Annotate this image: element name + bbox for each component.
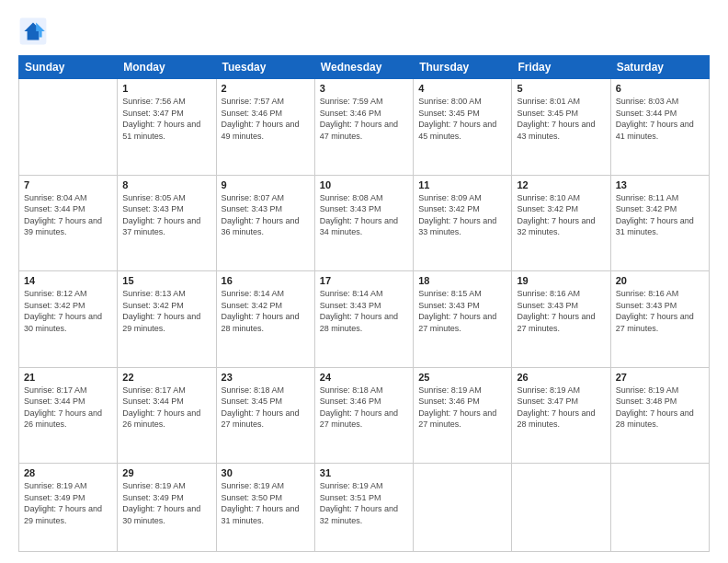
sunrise-text: Sunrise: 7:56 AM (122, 96, 210, 108)
calendar-day-cell: 29Sunrise: 8:19 AMSunset: 3:49 PMDayligh… (118, 464, 216, 552)
sunset-text: Sunset: 3:47 PM (517, 396, 605, 408)
calendar-header-row: SundayMondayTuesdayWednesdayThursdayFrid… (19, 56, 710, 79)
day-number: 8 (122, 179, 210, 190)
logo-icon (18, 17, 48, 46)
calendar-day-cell (414, 464, 512, 552)
calendar-day-cell: 8Sunrise: 8:05 AMSunset: 3:43 PMDaylight… (118, 175, 216, 271)
sunrise-text: Sunrise: 8:12 AM (24, 288, 112, 300)
header (18, 17, 710, 46)
sunrise-text: Sunrise: 8:13 AM (122, 288, 210, 300)
cell-info: Sunrise: 8:19 AMSunset: 3:49 PMDaylight:… (24, 480, 112, 526)
day-number: 15 (122, 275, 210, 286)
day-number: 29 (122, 467, 210, 478)
sunrise-text: Sunrise: 8:00 AM (418, 96, 506, 108)
calendar-week-row: 1Sunrise: 7:56 AMSunset: 3:47 PMDaylight… (19, 79, 710, 176)
daylight-text: Daylight: 7 hours and 47 minutes. (320, 119, 408, 142)
cell-info: Sunrise: 8:15 AMSunset: 3:43 PMDaylight:… (418, 288, 506, 334)
sunset-text: Sunset: 3:42 PM (222, 300, 310, 312)
calendar-day-cell: 6Sunrise: 8:03 AMSunset: 3:44 PMDaylight… (610, 79, 709, 176)
cell-info: Sunrise: 8:07 AMSunset: 3:43 PMDaylight:… (222, 192, 310, 238)
daylight-text: Daylight: 7 hours and 37 minutes. (122, 215, 210, 238)
cell-info: Sunrise: 7:57 AMSunset: 3:46 PMDaylight:… (222, 96, 310, 142)
daylight-text: Daylight: 7 hours and 27 minutes. (222, 408, 310, 431)
calendar-day-cell: 15Sunrise: 8:13 AMSunset: 3:42 PMDayligh… (118, 271, 216, 368)
calendar-table: SundayMondayTuesdayWednesdayThursdayFrid… (18, 55, 710, 552)
cell-info: Sunrise: 8:17 AMSunset: 3:44 PMDaylight:… (122, 385, 210, 431)
sunrise-text: Sunrise: 8:09 AM (418, 192, 506, 204)
cell-info: Sunrise: 8:18 AMSunset: 3:46 PMDaylight:… (320, 385, 408, 431)
sunset-text: Sunset: 3:49 PM (122, 492, 210, 504)
daylight-text: Daylight: 7 hours and 45 minutes. (418, 119, 506, 142)
day-number: 27 (616, 372, 704, 383)
sunset-text: Sunset: 3:43 PM (616, 300, 704, 312)
sunset-text: Sunset: 3:42 PM (24, 300, 112, 312)
day-number: 11 (418, 179, 506, 190)
sunrise-text: Sunrise: 8:11 AM (616, 192, 704, 204)
daylight-text: Daylight: 7 hours and 36 minutes. (222, 215, 310, 238)
day-number: 22 (122, 372, 210, 383)
sunset-text: Sunset: 3:42 PM (418, 203, 506, 215)
sunset-text: Sunset: 3:42 PM (517, 203, 605, 215)
day-number: 6 (616, 83, 704, 94)
daylight-text: Daylight: 7 hours and 27 minutes. (320, 408, 408, 431)
calendar-day-cell: 20Sunrise: 8:16 AMSunset: 3:43 PMDayligh… (610, 271, 709, 368)
cell-info: Sunrise: 8:19 AMSunset: 3:46 PMDaylight:… (418, 385, 506, 431)
day-number: 25 (418, 372, 506, 383)
sunset-text: Sunset: 3:48 PM (616, 396, 704, 408)
day-number: 3 (320, 83, 408, 94)
calendar-day-cell (610, 464, 709, 552)
cell-info: Sunrise: 8:17 AMSunset: 3:44 PMDaylight:… (24, 385, 112, 431)
calendar-day-header: Tuesday (216, 56, 314, 79)
calendar-day-cell: 5Sunrise: 8:01 AMSunset: 3:45 PMDaylight… (512, 79, 610, 176)
calendar-day-cell: 7Sunrise: 8:04 AMSunset: 3:44 PMDaylight… (19, 175, 118, 271)
calendar-day-cell: 28Sunrise: 8:19 AMSunset: 3:49 PMDayligh… (19, 464, 118, 552)
daylight-text: Daylight: 7 hours and 26 minutes. (122, 408, 210, 431)
day-number: 24 (320, 372, 408, 383)
calendar-day-cell (19, 79, 118, 176)
daylight-text: Daylight: 7 hours and 33 minutes. (418, 215, 506, 238)
cell-info: Sunrise: 8:14 AMSunset: 3:42 PMDaylight:… (222, 288, 310, 334)
sunset-text: Sunset: 3:51 PM (320, 492, 408, 504)
sunrise-text: Sunrise: 8:16 AM (517, 288, 605, 300)
day-number: 7 (24, 179, 112, 190)
calendar-day-cell: 24Sunrise: 8:18 AMSunset: 3:46 PMDayligh… (314, 367, 413, 464)
calendar-day-cell: 19Sunrise: 8:16 AMSunset: 3:43 PMDayligh… (512, 271, 610, 368)
day-number: 2 (222, 83, 310, 94)
cell-info: Sunrise: 7:59 AMSunset: 3:46 PMDaylight:… (320, 96, 408, 142)
cell-info: Sunrise: 8:11 AMSunset: 3:42 PMDaylight:… (616, 192, 704, 238)
cell-info: Sunrise: 8:16 AMSunset: 3:43 PMDaylight:… (517, 288, 605, 334)
day-number: 30 (222, 467, 310, 478)
calendar-day-cell: 1Sunrise: 7:56 AMSunset: 3:47 PMDaylight… (118, 79, 216, 176)
cell-info: Sunrise: 8:19 AMSunset: 3:48 PMDaylight:… (616, 385, 704, 431)
calendar-day-cell: 31Sunrise: 8:19 AMSunset: 3:51 PMDayligh… (314, 464, 413, 552)
sunrise-text: Sunrise: 8:15 AM (418, 288, 506, 300)
sunset-text: Sunset: 3:44 PM (24, 396, 112, 408)
calendar-day-cell: 23Sunrise: 8:18 AMSunset: 3:45 PMDayligh… (216, 367, 314, 464)
calendar-day-cell: 26Sunrise: 8:19 AMSunset: 3:47 PMDayligh… (512, 367, 610, 464)
sunrise-text: Sunrise: 8:03 AM (616, 96, 704, 108)
sunrise-text: Sunrise: 8:05 AM (122, 192, 210, 204)
cell-info: Sunrise: 8:01 AMSunset: 3:45 PMDaylight:… (517, 96, 605, 142)
sunset-text: Sunset: 3:45 PM (418, 108, 506, 120)
day-number: 28 (24, 467, 112, 478)
daylight-text: Daylight: 7 hours and 43 minutes. (517, 119, 605, 142)
sunset-text: Sunset: 3:43 PM (122, 203, 210, 215)
cell-info: Sunrise: 8:19 AMSunset: 3:47 PMDaylight:… (517, 385, 605, 431)
daylight-text: Daylight: 7 hours and 41 minutes. (616, 119, 704, 142)
sunrise-text: Sunrise: 8:19 AM (320, 480, 408, 492)
sunrise-text: Sunrise: 8:14 AM (320, 288, 408, 300)
calendar-day-cell: 9Sunrise: 8:07 AMSunset: 3:43 PMDaylight… (216, 175, 314, 271)
daylight-text: Daylight: 7 hours and 27 minutes. (517, 311, 605, 334)
day-number: 5 (517, 83, 605, 94)
calendar-day-header: Monday (118, 56, 216, 79)
day-number: 10 (320, 179, 408, 190)
cell-info: Sunrise: 8:19 AMSunset: 3:51 PMDaylight:… (320, 480, 408, 526)
sunrise-text: Sunrise: 8:17 AM (24, 385, 112, 396)
cell-info: Sunrise: 8:19 AMSunset: 3:50 PMDaylight:… (222, 480, 310, 526)
day-number: 1 (122, 83, 210, 94)
cell-info: Sunrise: 8:19 AMSunset: 3:49 PMDaylight:… (122, 480, 210, 526)
sunrise-text: Sunrise: 7:59 AM (320, 96, 408, 108)
sunset-text: Sunset: 3:46 PM (320, 108, 408, 120)
calendar-day-cell: 25Sunrise: 8:19 AMSunset: 3:46 PMDayligh… (414, 367, 512, 464)
cell-info: Sunrise: 8:00 AMSunset: 3:45 PMDaylight:… (418, 96, 506, 142)
